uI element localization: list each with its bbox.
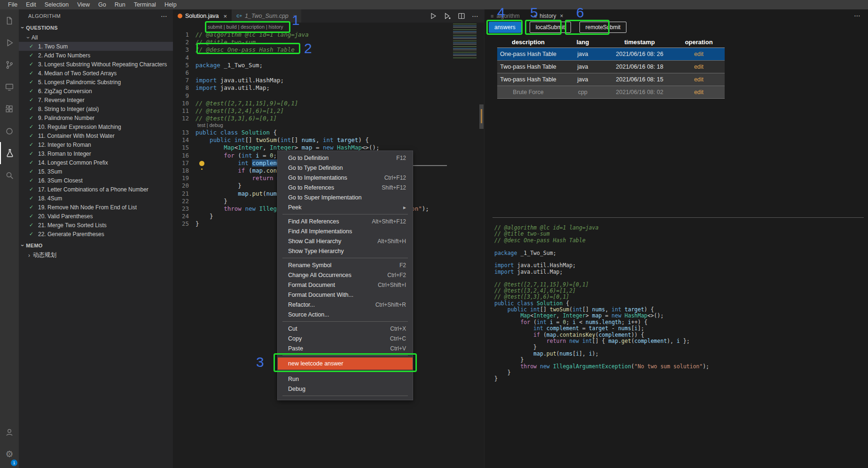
check-icon: ✓ [29, 115, 35, 121]
question-item[interactable]: ✓16. 3Sum Closest [19, 176, 173, 185]
question-item[interactable]: ✓9. Palindrome Number [19, 113, 173, 122]
question-item[interactable]: ✓22. Generate Parentheses [19, 230, 173, 238]
history-row[interactable]: Two-pass Hash Tablejava2021/06/16 08: 18… [497, 61, 725, 73]
explorer-icon[interactable] [0, 9, 19, 32]
tab-algorithm[interactable]: ≡ algorithm [491, 13, 520, 19]
close-icon[interactable]: × [224, 13, 227, 20]
question-item[interactable]: ✓6. ZigZag Conversion [19, 87, 173, 95]
code-line: 9 [173, 92, 484, 100]
overview-ruler-mark [481, 109, 482, 123]
context-menu-item[interactable]: Source Action... [278, 309, 413, 319]
tree-group-all[interactable]: › All [19, 33, 173, 42]
context-menu-item[interactable]: Find All Implementations [278, 226, 413, 236]
context-menu-item[interactable]: Format DocumentCtrl+Shift+I [278, 280, 413, 290]
group-label: All [31, 34, 38, 41]
context-menu-item[interactable]: Change All OccurrencesCtrl+F2 [278, 270, 413, 280]
annotation-box-5 [525, 20, 562, 35]
context-menu-item[interactable]: Find All ReferencesAlt+Shift+F12 [278, 216, 413, 226]
run-and-debug-icon[interactable] [0, 32, 19, 54]
more-actions-icon[interactable]: ⋯ [854, 12, 860, 19]
context-menu-item[interactable]: Rename SymbolF2 [278, 260, 413, 270]
menu-view[interactable]: View [73, 0, 94, 9]
menu-file[interactable]: File [4, 0, 22, 9]
menu-run[interactable]: Run [110, 0, 130, 9]
context-menu-item[interactable]: Go to ImplementationsCtrl+F12 [278, 173, 413, 182]
context-menu-item[interactable]: CopyCtrl+C [278, 333, 413, 343]
edit-link[interactable]: edit [673, 51, 725, 57]
context-menu-item[interactable]: Show Type Hierarchy [278, 246, 413, 256]
leetcode-icon[interactable] [0, 120, 19, 142]
context-menu-item[interactable]: Run [278, 374, 413, 384]
question-item[interactable]: ✓17. Letter Combinations of a Phone Numb… [19, 185, 173, 194]
question-item[interactable]: ✓20. Valid Parentheses [19, 212, 173, 221]
context-menu-item[interactable]: Go to ReferencesShift+F12 [278, 182, 413, 192]
account-icon[interactable] [0, 421, 19, 443]
question-item[interactable]: ✓1. Two Sum [19, 42, 173, 51]
context-menu-item[interactable]: Peek▸ [278, 202, 413, 212]
tab-solution-java[interactable]: Solution.java × [173, 9, 232, 23]
question-item[interactable]: ✓12. Integer to Roman [19, 140, 173, 149]
question-item[interactable]: ✓18. 4Sum [19, 194, 173, 203]
question-item[interactable]: ✓4. Median of Two Sorted Arrays [19, 69, 173, 78]
history-row[interactable]: Brute Forcecpp2021/06/16 08: 02edit [497, 86, 725, 99]
question-item[interactable]: ✓8. String to Integer (atoi) [19, 104, 173, 113]
menu-terminal[interactable]: Terminal [130, 0, 160, 9]
settings-badge: 1 [11, 460, 17, 466]
remote-explorer-icon[interactable] [0, 76, 19, 98]
question-label: 9. Palindrome Number [38, 115, 94, 121]
question-item[interactable]: ✓15. 3Sum [19, 167, 173, 176]
question-label: 3. Longest Substring Without Repeating C… [38, 61, 167, 68]
context-menu-item[interactable]: Go to Type Definition [278, 163, 413, 173]
codelens-class-actions[interactable]: test | debug [197, 122, 223, 128]
question-item[interactable]: ✓11. Container With Most Water [19, 131, 173, 140]
extensions-icon[interactable] [0, 98, 19, 120]
edit-link[interactable]: edit [673, 89, 725, 95]
context-menu-item[interactable]: Go to Super Implementation [278, 192, 413, 202]
code-line: public int[] twoSum(int[] nums, int targ… [494, 307, 709, 313]
question-item[interactable]: ✓13. Roman to Integer [19, 149, 173, 158]
more-actions-icon[interactable]: ⋯ [161, 12, 167, 20]
question-item[interactable]: ✓10. Regular Expression Matching [19, 122, 173, 131]
tab-two-sum-cpp[interactable]: C+ 1_Two_Sum.cpp × [232, 9, 301, 23]
memo-item[interactable]: › 动态规划 [19, 251, 173, 260]
context-menu-item[interactable]: Show Call HierarchyAlt+Shift+H [278, 236, 413, 246]
minimap[interactable] [453, 24, 477, 58]
menu-selection[interactable]: Selection [40, 0, 73, 9]
context-menu-item[interactable]: PasteCtrl+V [278, 343, 413, 353]
question-item[interactable]: ✓21. Merge Two Sorted Lists [19, 221, 173, 230]
history-row[interactable]: Two-pass Hash Tablejava2021/06/16 08: 15… [497, 73, 725, 86]
question-item[interactable]: ✓19. Remove Nth Node From End of List [19, 203, 173, 212]
lightbulb-icon[interactable] [199, 161, 204, 166]
context-menu-item[interactable]: Format Document With... [278, 290, 413, 300]
code-line: if (map.containsKey(complement)) { [494, 332, 709, 338]
context-menu-item[interactable]: Debug [278, 384, 413, 394]
cpp-file-icon: C+ [236, 14, 242, 18]
tab-history[interactable]: ≡ history × [534, 13, 563, 19]
section-memo[interactable]: › MEMO [19, 240, 173, 251]
edit-link[interactable]: edit [673, 76, 725, 83]
question-item[interactable]: ✓5. Longest Palindromic Substring [19, 78, 173, 87]
close-icon[interactable]: × [560, 13, 563, 19]
run-or-debug-icon[interactable] [444, 12, 451, 20]
menu-go[interactable]: Go [94, 0, 110, 9]
section-questions[interactable]: › QUESTIONS [19, 23, 173, 33]
split-editor-icon[interactable] [458, 12, 465, 20]
edit-link[interactable]: edit [673, 63, 725, 70]
search-icon[interactable] [0, 164, 19, 186]
run-icon[interactable] [430, 12, 437, 20]
question-item[interactable]: ✓3. Longest Substring Without Repeating … [19, 60, 173, 69]
menu-help[interactable]: Help [160, 0, 181, 9]
question-item[interactable]: ✓2. Add Two Numbers [19, 51, 173, 60]
question-item[interactable]: ✓14. Longest Common Prefix [19, 158, 173, 167]
context-menu-item[interactable]: Refactor...Ctrl+Shift+R [278, 300, 413, 309]
algorithm-flask-icon[interactable] [0, 142, 19, 164]
settings-gear-icon[interactable]: ⚙ 1 [0, 443, 19, 465]
context-menu-item[interactable]: CutCtrl+X [278, 324, 413, 333]
question-item[interactable]: ✓7. Reverse Integer [19, 95, 173, 104]
context-menu-item[interactable]: Go to DefinitionF12 [278, 153, 413, 163]
history-row[interactable]: One-pass Hash Tablejava2021/06/16 08: 26… [497, 48, 725, 61]
menu-edit[interactable]: Edit [22, 0, 40, 9]
code-line: throw new IllegalArgumentException("No t… [494, 364, 709, 370]
source-control-icon[interactable] [0, 54, 19, 76]
more-actions-icon[interactable]: ⋯ [472, 12, 478, 20]
